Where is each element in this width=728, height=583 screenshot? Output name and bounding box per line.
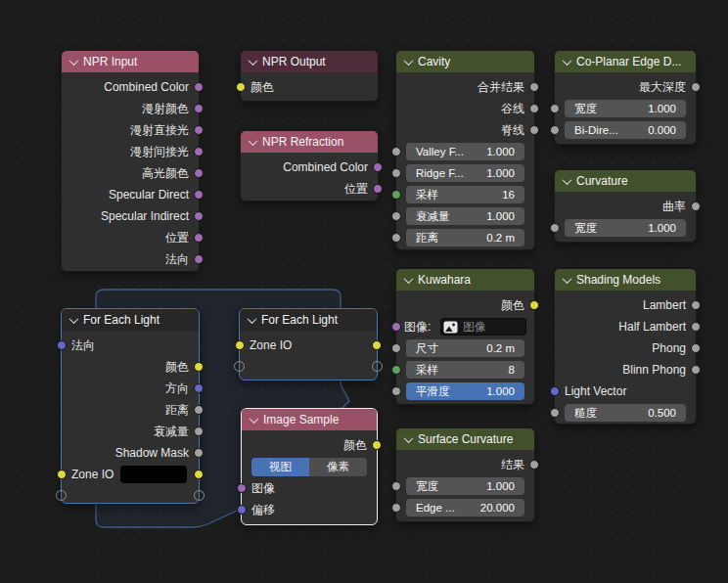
input-socket[interactable] (391, 190, 401, 200)
node-shading-models[interactable]: Shading Models Lambert Half Lambert Phon… (554, 268, 697, 425)
collapse-chevron-icon[interactable] (404, 56, 414, 66)
output-socket[interactable] (529, 104, 539, 113)
collapse-chevron-icon[interactable] (250, 414, 259, 424)
node-for-each-light-output[interactable]: For Each Light Zone IO (239, 308, 378, 381)
extend-socket[interactable] (56, 490, 67, 501)
collapse-chevron-icon[interactable] (563, 274, 572, 284)
node-header[interactable]: Cavity (396, 51, 534, 72)
input-socket[interactable] (237, 483, 247, 493)
number-field[interactable]: Ridge F...1.000 (406, 164, 524, 182)
output-socket[interactable] (529, 300, 539, 310)
node-header[interactable]: For Each Light (62, 309, 199, 331)
tab-view[interactable]: 视图 (251, 458, 309, 476)
node-header[interactable]: NPR Output (241, 51, 378, 72)
input-socket[interactable] (391, 322, 401, 332)
output-socket[interactable] (194, 383, 204, 393)
node-npr-refraction[interactable]: NPR Refraction Combined Color 位置 (240, 130, 379, 202)
node-header[interactable]: Kuwahara (396, 269, 534, 291)
tab-pixel[interactable]: 像素 (309, 458, 367, 476)
node-header[interactable]: NPR Refraction (241, 131, 378, 153)
node-editor-canvas[interactable]: NPR Input Combined Color 漫射颜色 漫射直接光 漫射间接… (0, 0, 728, 583)
number-field[interactable]: 衰减量1.000 (406, 207, 524, 225)
extend-socket[interactable] (234, 361, 245, 372)
output-socket[interactable] (194, 448, 204, 458)
input-socket[interactable] (391, 211, 401, 221)
node-header[interactable]: Co-Planar Edge D... (555, 51, 696, 72)
number-field[interactable]: 采样8 (406, 361, 524, 379)
number-field[interactable]: 糙度0.500 (565, 404, 686, 422)
collapse-chevron-icon[interactable] (563, 175, 572, 185)
node-curvature[interactable]: Curvature 曲率 宽度1.000 (554, 169, 697, 243)
node-header[interactable]: Shading Models (555, 269, 696, 291)
extend-socket[interactable] (194, 490, 205, 501)
node-surface-curvature[interactable]: Surface Curvature 结果 宽度1.000 Edge ...20.… (395, 427, 535, 522)
number-field[interactable]: 距离0.2 m (406, 229, 524, 247)
output-socket[interactable] (194, 104, 204, 113)
number-field[interactable]: 宽度1.000 (406, 477, 524, 495)
node-header[interactable]: NPR Input (62, 51, 199, 72)
output-socket[interactable] (529, 125, 539, 135)
input-socket[interactable] (391, 503, 401, 513)
input-socket[interactable] (57, 340, 67, 350)
collapse-chevron-icon[interactable] (563, 56, 572, 66)
input-socket[interactable] (391, 365, 401, 375)
output-socket[interactable] (194, 362, 204, 372)
collapse-chevron-icon[interactable] (69, 314, 79, 324)
collapse-chevron-icon[interactable] (404, 433, 414, 443)
output-socket[interactable] (372, 340, 382, 350)
output-socket[interactable] (194, 125, 204, 135)
output-socket[interactable] (529, 82, 539, 92)
output-socket[interactable] (194, 254, 204, 264)
output-socket[interactable] (691, 322, 701, 332)
input-socket[interactable] (550, 386, 560, 396)
input-socket[interactable] (235, 340, 245, 350)
number-field[interactable]: Edge ...20.000 (406, 499, 524, 516)
output-socket[interactable] (691, 343, 701, 353)
output-socket[interactable] (691, 202, 701, 211)
node-npr-input[interactable]: NPR Input Combined Color 漫射颜色 漫射直接光 漫射间接… (61, 50, 200, 272)
output-socket[interactable] (194, 405, 204, 415)
slider-field[interactable]: 平滑度1.000 (406, 382, 524, 400)
output-socket[interactable] (691, 365, 701, 375)
node-cavity[interactable]: Cavity 合并结果 谷线 脊线 Valley F...1.000 Ridge… (395, 50, 535, 250)
collapse-chevron-icon[interactable] (249, 136, 258, 146)
input-socket[interactable] (550, 104, 560, 113)
image-selector[interactable]: 图像 (440, 318, 526, 336)
output-socket[interactable] (194, 426, 204, 436)
number-field[interactable]: 采样16 (406, 186, 524, 203)
output-socket[interactable] (194, 190, 204, 200)
input-socket[interactable] (391, 386, 401, 396)
collapse-chevron-icon[interactable] (404, 274, 414, 284)
input-socket[interactable] (391, 481, 401, 491)
node-header[interactable]: Image Sample (242, 409, 377, 430)
collapse-chevron-icon[interactable] (249, 56, 258, 66)
output-socket[interactable] (373, 184, 383, 194)
collapse-chevron-icon[interactable] (248, 314, 257, 324)
output-socket[interactable] (194, 168, 204, 178)
node-header[interactable]: Surface Curvature (396, 428, 534, 450)
number-field[interactable]: 尺寸0.2 m (406, 339, 524, 357)
output-socket[interactable] (194, 82, 204, 92)
output-socket[interactable] (373, 162, 383, 172)
input-socket[interactable] (550, 125, 560, 135)
node-image-sample[interactable]: Image Sample 颜色 视图 像素 图像 偏移 (241, 408, 378, 525)
output-socket[interactable] (194, 147, 204, 157)
input-socket[interactable] (236, 82, 246, 92)
input-socket[interactable] (391, 168, 401, 178)
output-socket[interactable] (691, 300, 701, 310)
node-kuwahara[interactable]: Kuwahara 颜色 图像: 图像 尺寸0.2 m 采样8 平滑度1.000 (395, 268, 535, 405)
output-socket[interactable] (194, 470, 204, 479)
zone-io-field[interactable] (120, 466, 187, 483)
output-socket[interactable] (372, 440, 382, 450)
number-field[interactable]: 宽度1.000 (565, 219, 686, 237)
collapse-chevron-icon[interactable] (69, 56, 79, 66)
input-socket[interactable] (391, 147, 401, 157)
input-socket[interactable] (391, 233, 401, 243)
extend-socket[interactable] (372, 361, 383, 372)
number-field[interactable]: Bi-Dire...0.000 (565, 121, 686, 139)
node-coplanar-edge[interactable]: Co-Planar Edge D... 最大深度 宽度1.000 Bi-Dire… (554, 50, 697, 145)
number-field[interactable]: 宽度1.000 (565, 100, 686, 117)
node-for-each-light-input[interactable]: For Each Light 法向 颜色 方向 距离 衰减量 Shadow Ma… (61, 308, 200, 504)
input-socket[interactable] (550, 223, 560, 233)
input-socket[interactable] (391, 343, 401, 353)
